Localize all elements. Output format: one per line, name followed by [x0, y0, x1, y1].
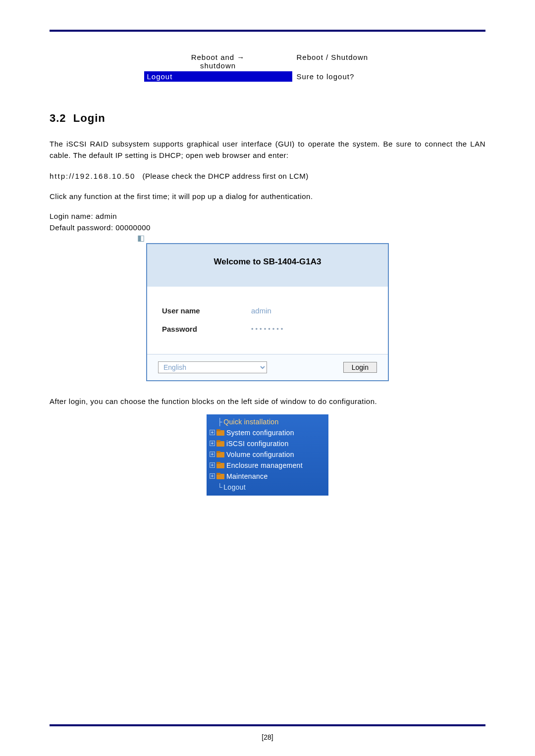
- header-rule: [50, 30, 485, 32]
- tree-item-iscsi-configuration[interactable]: + iSCSI configuration: [207, 438, 328, 449]
- expand-icon[interactable]: +: [210, 430, 215, 435]
- tree-item-system-configuration[interactable]: + System configuration: [207, 427, 328, 438]
- section-title: 3.2 Login: [50, 112, 485, 125]
- after-login-paragraph: After login, you can choose the function…: [50, 396, 485, 407]
- tree-item-volume-configuration[interactable]: + Volume configuration: [207, 449, 328, 460]
- click-function-paragraph: Click any function at the first time; it…: [50, 191, 485, 202]
- section-name: Login: [73, 112, 106, 124]
- url-line: http://192.168.10.50 (Please check the D…: [50, 171, 485, 182]
- tree-item-enclosure-management[interactable]: + Enclosure management: [207, 460, 328, 471]
- folder-icon: [216, 473, 224, 479]
- nav-cell-logout[interactable]: Logout: [144, 71, 292, 82]
- language-select[interactable]: English: [158, 361, 267, 373]
- login-panel: Welcome to SB-1404-G1A3 User name admin …: [146, 243, 389, 381]
- password-input[interactable]: ••••••••: [251, 325, 285, 333]
- expand-icon[interactable]: +: [210, 462, 215, 468]
- nav-cell-reboot: Reboot and →shutdown: [144, 52, 292, 71]
- login-footer: English Login: [147, 354, 388, 380]
- expand-icon[interactable]: +: [210, 473, 215, 479]
- intro-paragraph: The iSCSI RAID subsystem supports graphi…: [50, 139, 485, 161]
- username-input[interactable]: admin: [251, 306, 271, 315]
- login-body: User name admin Password ••••••••: [147, 287, 388, 354]
- nav-reboot-label: Reboot and →shutdown: [191, 53, 245, 70]
- tree-branch-icon: └: [217, 483, 222, 491]
- login-header: Welcome to SB-1404-G1A3: [147, 244, 388, 287]
- password-label: Password: [162, 325, 251, 333]
- tree-branch-icon: ├: [217, 418, 222, 426]
- folder-icon: [216, 429, 224, 436]
- url: http://192.168.10.50: [50, 172, 135, 180]
- url-note: (Please check the DHCP address first on …: [142, 172, 308, 180]
- login-button[interactable]: Login: [343, 362, 377, 373]
- folder-icon: [216, 440, 224, 447]
- tree-item-maintenance[interactable]: + Maintenance: [207, 471, 328, 482]
- expand-icon[interactable]: +: [210, 452, 215, 457]
- footer-rule: [50, 724, 485, 726]
- default-password-line: Default password: 00000000: [50, 222, 485, 234]
- page-number: [28]: [0, 733, 535, 741]
- nav-cell-logout-desc: Sure to logout?: [292, 71, 391, 82]
- folder-icon: [216, 462, 224, 468]
- nav-tree: ├ Quick installation + System configurat…: [207, 414, 328, 496]
- username-label: User name: [162, 306, 251, 315]
- nav-cell-reboot-desc: Reboot / Shutdown: [292, 52, 391, 71]
- section-number: 3.2: [50, 112, 66, 124]
- tree-item-logout[interactable]: └ Logout: [207, 482, 328, 493]
- folder-icon: [216, 451, 224, 457]
- login-name-line: Login name: admin: [50, 211, 485, 222]
- nav-table: Reboot and →shutdown Reboot / Shutdown L…: [144, 51, 392, 82]
- snippet-icon: ◧: [137, 233, 145, 243]
- tree-item-quick-installation[interactable]: ├ Quick installation: [207, 416, 328, 427]
- expand-icon[interactable]: +: [210, 441, 215, 446]
